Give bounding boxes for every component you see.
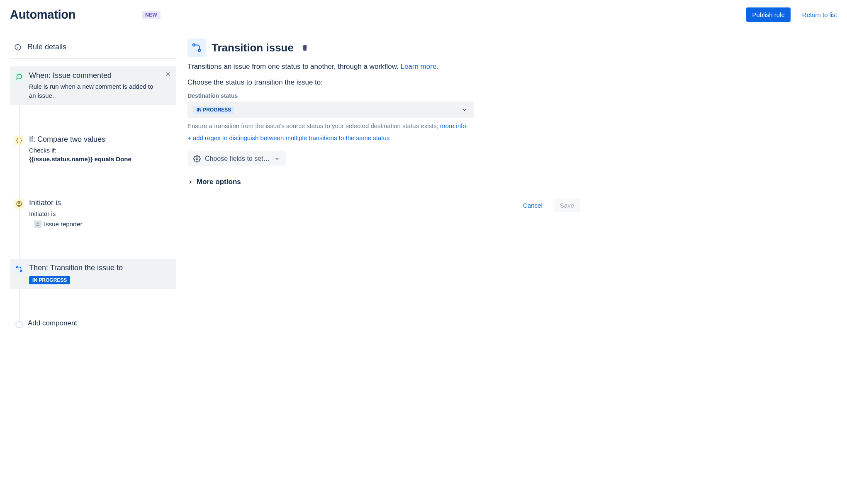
chevron-down-icon — [461, 107, 468, 113]
delete-action-button[interactable] — [299, 42, 310, 53]
cancel-button[interactable]: Cancel — [519, 199, 547, 212]
rule-details-label: Rule details — [27, 43, 66, 51]
panel-description: Transitions an issue from one status to … — [187, 63, 586, 71]
publish-rule-button[interactable]: Publish rule — [746, 7, 790, 22]
page-header: Automation NEW Publish rule Return to li… — [10, 7, 837, 22]
comment-icon — [14, 72, 24, 82]
add-component-row[interactable]: Add component — [10, 314, 176, 332]
new-badge: NEW — [142, 11, 161, 19]
svg-point-7 — [37, 223, 39, 224]
remove-component-button[interactable] — [164, 71, 172, 100]
svg-point-6 — [18, 202, 20, 204]
svg-point-8 — [17, 266, 18, 268]
page-title: Automation — [10, 8, 75, 22]
rule-sidebar: Rule details When: Issue commented Rule … — [10, 39, 176, 332]
flow-item-title: Initiator is — [29, 199, 172, 207]
user-circle-icon — [14, 199, 24, 209]
destination-help-text: Ensure a transition from the issue's sou… — [187, 122, 586, 129]
flow-trigger-item[interactable]: When: Issue commented Rule is run when a… — [10, 66, 176, 105]
choose-status-heading: Choose the status to transition the issu… — [187, 78, 586, 87]
chevron-right-icon — [187, 179, 193, 185]
return-to-list-link[interactable]: Return to list — [802, 11, 837, 18]
destination-status-select[interactable]: IN PROGRESS — [187, 102, 474, 118]
transition-icon — [187, 39, 206, 57]
empty-node-icon — [15, 321, 23, 328]
flow-item-title: If: Compare two values — [29, 135, 172, 144]
gear-icon — [193, 155, 201, 162]
svg-point-11 — [198, 49, 200, 51]
rule-details-row[interactable]: Rule details — [10, 39, 176, 59]
info-icon — [14, 44, 22, 51]
avatar-icon — [34, 220, 41, 228]
more-info-link[interactable]: more info — [440, 122, 466, 129]
flow-item-desc: Rule is run when a new comment is added … — [29, 82, 159, 100]
flow-item-title: When: Issue commented — [29, 71, 159, 80]
save-button[interactable]: Save — [554, 199, 580, 212]
svg-point-10 — [193, 44, 195, 46]
destination-status-label: Destination status — [187, 92, 586, 99]
flow-item-desc: Checks if: {{issue.status.name}} equals … — [29, 146, 172, 164]
flow-item-title: Then: Transition the issue to — [29, 264, 172, 272]
svg-point-9 — [20, 270, 22, 271]
flow-action-item[interactable]: Then: Transition the issue to IN PROGRES… — [10, 259, 176, 289]
svg-point-2 — [17, 45, 18, 46]
flow-condition-item[interactable]: If: Compare two values Checks if: {{issu… — [10, 130, 176, 169]
choose-fields-button[interactable]: Choose fields to set… — [187, 151, 286, 166]
flow-initiator-item[interactable]: Initiator is Initiator is Issue reporter — [10, 194, 176, 234]
status-lozenge: IN PROGRESS — [193, 106, 234, 114]
add-regex-link[interactable]: + add regex to distinguish between multi… — [187, 134, 586, 141]
action-config-panel: Transition issue Transitions an issue fr… — [187, 39, 586, 332]
chevron-down-icon — [274, 156, 280, 162]
learn-more-link[interactable]: Learn more. — [400, 63, 438, 70]
panel-title: Transition issue — [212, 41, 294, 54]
transition-icon — [14, 264, 24, 274]
add-component-label: Add component — [28, 319, 172, 327]
more-options-toggle[interactable]: More options — [187, 178, 586, 186]
svg-point-12 — [196, 158, 198, 160]
status-badge: IN PROGRESS — [29, 276, 70, 284]
flow-item-desc: Initiator is Issue reporter — [29, 209, 172, 229]
braces-icon — [14, 136, 24, 145]
